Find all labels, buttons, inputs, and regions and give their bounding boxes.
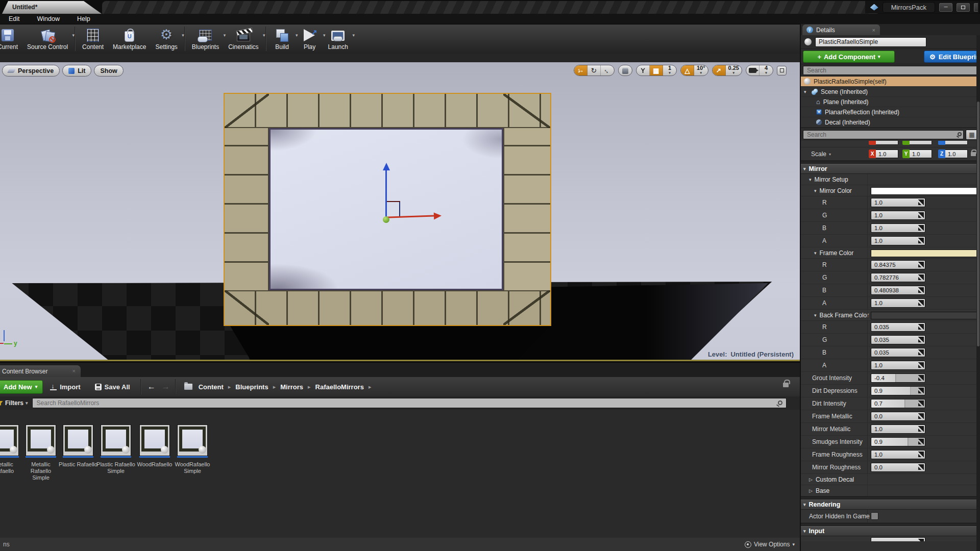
scale-snap-toggle[interactable]: ↗	[713, 65, 726, 76]
properties-search-input[interactable]	[803, 130, 964, 139]
view-options-button[interactable]: View Options ▾	[745, 541, 795, 548]
value-spinbox[interactable]: 1.0	[871, 361, 925, 370]
value-spinbox[interactable]: 1.0	[871, 298, 925, 308]
add-component-button[interactable]: + Add Component ▾	[803, 51, 895, 63]
launch-caret-icon[interactable]: ▾	[352, 33, 355, 38]
asset-tile[interactable]: Plastic Rafaello Simple	[101, 424, 131, 474]
back-button[interactable]: ←	[144, 382, 159, 391]
subsection-mirror-setup[interactable]: ▾ Mirror Setup	[801, 174, 980, 185]
maximize-viewport-button[interactable]	[777, 66, 787, 76]
cinematics-caret-icon[interactable]: ▾	[263, 33, 265, 38]
blueprints-button[interactable]: Blueprints ▾	[187, 24, 224, 51]
value-spinbox[interactable]: 0.9	[871, 386, 925, 395]
subsection-mirror-color[interactable]: ▾ Mirror Color	[801, 185, 980, 196]
scale-z-field[interactable]: Z 1.0	[938, 149, 968, 158]
scrollbar-thumb[interactable]	[977, 102, 979, 346]
cinematics-button[interactable]: Cinematics ▾	[224, 24, 263, 51]
content-browser-tab[interactable]: Content Browser ×	[0, 365, 81, 377]
value-spinbox[interactable]: 0.480938	[871, 286, 925, 295]
back-frame-color-swatch[interactable]	[871, 312, 980, 319]
expander-icon[interactable]: ▾	[803, 529, 806, 534]
breadcrumb-rafaellomirrors[interactable]: RafaelloMirrors	[313, 383, 366, 391]
source-control-caret-icon[interactable]: ▾	[72, 33, 75, 38]
minimize-button[interactable]: ─	[939, 3, 952, 12]
scale-tool-button[interactable]: ↔	[601, 65, 614, 76]
settings-button[interactable]: ⚙ Settings ▾	[151, 24, 182, 51]
move-tool-button[interactable]: ↔↕	[574, 65, 587, 76]
scale-x-field[interactable]: X 1.0	[869, 149, 898, 158]
rotation-snap-value-button[interactable]: 10°▾	[694, 65, 708, 76]
component-row-self[interactable]: PlasticRafaelloSimple(self)	[801, 77, 980, 87]
asset-tile[interactable]: Metallic Rafaello	[0, 424, 19, 474]
value-spinbox[interactable]: 1.0	[871, 236, 925, 245]
forward-button[interactable]: →	[159, 382, 173, 391]
rotation-snap-toggle[interactable]: △	[681, 65, 694, 76]
asset-tile[interactable]: Plastic Rafaello	[63, 424, 93, 468]
asset-tile[interactable]: Metallic Rafaello Simple	[26, 424, 56, 481]
scale-y-field[interactable]: Y 1.0	[902, 149, 932, 158]
asset-tile[interactable]: WoodRafaello	[139, 424, 170, 468]
camera-speed-button[interactable]	[746, 65, 760, 76]
expander-icon[interactable]: ▾	[804, 89, 808, 94]
coordinate-space-button[interactable]	[619, 65, 632, 76]
rotate-tool-button[interactable]: ↻	[587, 65, 601, 76]
actor-name-field[interactable]	[815, 37, 926, 47]
settings-caret-icon[interactable]: ▾	[182, 33, 184, 38]
expander-icon[interactable]: ▷	[809, 477, 813, 482]
lock-icon[interactable]	[971, 152, 976, 156]
show-button[interactable]: Show	[94, 65, 123, 77]
edit-blueprint-button[interactable]: ⚙ Edit Blueprint	[924, 51, 980, 63]
perspective-button[interactable]: Perspective	[2, 65, 60, 77]
breadcrumb-blueprints[interactable]: Blueprints	[233, 383, 270, 391]
breadcrumb-mirrors[interactable]: Mirrors	[278, 383, 305, 391]
component-row-scene[interactable]: ▾ Scene (Inherited)	[801, 87, 980, 97]
breadcrumb-content[interactable]: Content	[197, 383, 226, 391]
gizmo-origin-ball[interactable]	[383, 216, 389, 223]
value-spinbox[interactable]	[871, 537, 925, 541]
scale-label[interactable]: Scale ▾	[811, 151, 831, 158]
scale-snap-value-button[interactable]: 0.25▾	[726, 65, 742, 76]
surface-snap-button[interactable]: ⅄	[636, 65, 650, 76]
menu-window[interactable]: Window	[29, 15, 68, 22]
expander-icon[interactable]: ▾	[814, 251, 817, 256]
subsection-base[interactable]: ▷ Base	[801, 485, 980, 496]
launch-button[interactable]: Launch ▾	[324, 24, 353, 51]
subsection-back-frame-color[interactable]: ▾ Back Frame Color	[801, 310, 980, 321]
expander-icon[interactable]: ▾	[814, 188, 817, 193]
value-spinbox[interactable]: 0.782776	[871, 273, 925, 282]
expander-icon[interactable]: ▾	[803, 166, 806, 171]
value-spinbox[interactable]: 0.035	[871, 348, 925, 357]
value-spinbox[interactable]: 1.0	[871, 424, 925, 434]
value-spinbox[interactable]: 0.0	[871, 463, 925, 472]
grid-snap-value-button[interactable]: 1▾	[663, 65, 676, 76]
filters-button[interactable]: Filters ▾	[0, 399, 32, 407]
category-mirror[interactable]: ▾ Mirror	[801, 164, 980, 174]
build-button[interactable]: Build ▾	[268, 24, 296, 51]
save-all-button[interactable]: Save All	[88, 383, 137, 391]
value-spinbox[interactable]: 0.0	[871, 412, 925, 421]
play-button[interactable]: ↗ Play ▾	[296, 24, 324, 51]
source-control-button[interactable]: Source Control ▾	[22, 24, 72, 51]
frame-color-swatch[interactable]	[871, 249, 980, 257]
gizmo-plane-handle[interactable]	[387, 201, 400, 202]
add-new-button[interactable]: Add New ▾	[0, 380, 43, 394]
grid-snap-toggle[interactable]: ▦	[650, 65, 663, 76]
mirror-color-swatch[interactable]	[871, 187, 980, 195]
mirror-frame-actor[interactable]	[225, 94, 550, 325]
component-row-planar-reflection[interactable]: ▼ PlanarReflection (Inherited)	[801, 107, 980, 117]
value-spinbox[interactable]: 1.0	[871, 198, 925, 207]
close-button[interactable]	[974, 3, 978, 12]
details-tab[interactable]: i Details ×	[802, 24, 880, 35]
expander-icon[interactable]: ▾	[809, 177, 812, 182]
expander-icon[interactable]: ▾	[814, 313, 817, 318]
value-spinbox[interactable]: 0.035	[871, 322, 925, 332]
category-rendering[interactable]: ▾ Rendering	[801, 499, 980, 510]
close-icon[interactable]: ×	[72, 368, 76, 374]
marketplace-button[interactable]: U Marketplace	[108, 24, 151, 51]
component-row-plane[interactable]: ⌂ Plane (Inherited)	[801, 97, 980, 107]
gizmo-z-axis-arrow[interactable]	[385, 170, 387, 217]
asset-search-input[interactable]	[32, 398, 787, 408]
details-search-input[interactable]	[803, 66, 978, 75]
camera-speed-value-button[interactable]: 4▾	[760, 65, 773, 76]
value-spinbox[interactable]: 0.7	[871, 399, 925, 408]
